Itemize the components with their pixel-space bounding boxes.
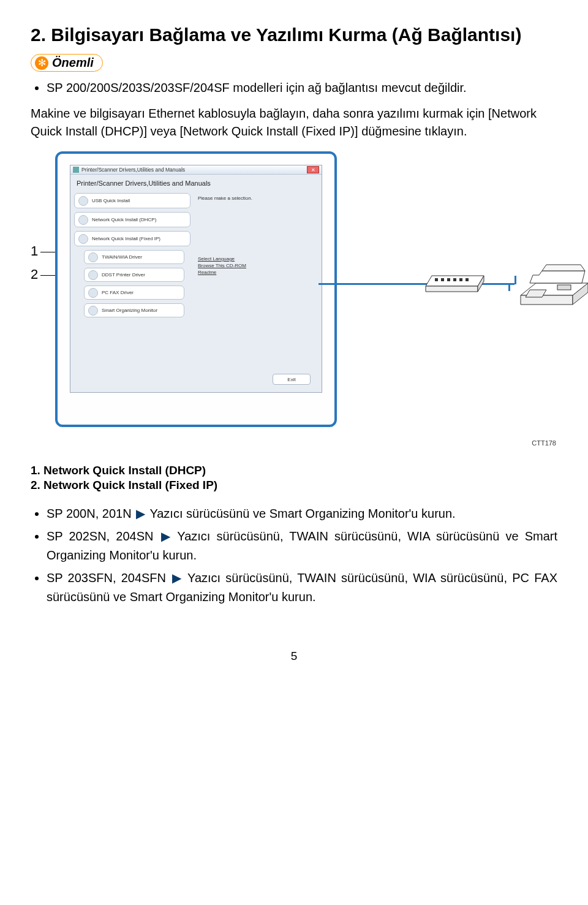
dialog-header: Printer/Scanner Drivers,Utilities and Ma… bbox=[70, 175, 322, 191]
smart-organizing-button[interactable]: Smart Organizing Monitor bbox=[84, 303, 184, 317]
svg-rect-14 bbox=[557, 285, 571, 290]
screenshot-frame: Printer/Scanner Drivers,Utilities and Ma… bbox=[55, 151, 337, 427]
usb-quick-install-button[interactable]: USB Quick Install bbox=[74, 193, 190, 208]
figure-legend: 1. Network Quick Install (DHCP) 2. Netwo… bbox=[31, 464, 557, 492]
model-list: SP 200N, 201N ▶ Yazıcı sürücüsünü ve Sma… bbox=[31, 504, 557, 607]
svg-rect-4 bbox=[441, 278, 444, 281]
disc-icon bbox=[88, 288, 98, 298]
instruction-paragraph: Makine ve bilgisayarı Ethernet kablosuyl… bbox=[31, 105, 557, 140]
diagram: 1 2 Printer/Scanner Drivers,Utilities an… bbox=[31, 151, 557, 458]
dialog-icon bbox=[73, 167, 79, 173]
svg-rect-6 bbox=[453, 278, 456, 281]
network-dhcp-button[interactable]: Network Quick Install (DHCP) bbox=[74, 212, 190, 227]
callout-1: 1 bbox=[31, 243, 38, 259]
svg-marker-13 bbox=[542, 265, 585, 271]
disc-icon bbox=[78, 234, 88, 244]
list-item: SP 202SN, 204SN ▶ Yazıcı sürücüsünü, TWA… bbox=[47, 527, 557, 565]
arrow-right-icon: ▶ bbox=[161, 527, 170, 546]
svg-rect-8 bbox=[466, 278, 469, 281]
pcfax-button[interactable]: PC FAX Driver bbox=[84, 286, 184, 300]
dialog-titlebar: Printer/Scanner Drivers,Utilities and Ma… bbox=[70, 165, 322, 175]
page-number: 5 bbox=[31, 649, 557, 663]
list-item: SP 200N, 201N ▶ Yazıcı sürücüsünü ve Sma… bbox=[47, 504, 557, 523]
disc-icon bbox=[88, 252, 98, 262]
star-icon: ✻ bbox=[35, 56, 48, 70]
close-icon[interactable]: ✕ bbox=[307, 166, 319, 173]
disc-icon bbox=[88, 306, 98, 316]
figure-code: CTT178 bbox=[532, 439, 556, 447]
arrow-right-icon: ▶ bbox=[172, 569, 181, 588]
arrow-right-icon: ▶ bbox=[136, 504, 145, 523]
important-label: Önemli bbox=[52, 56, 94, 70]
svg-rect-7 bbox=[459, 278, 462, 281]
label: TWAIN/WIA Driver bbox=[102, 254, 142, 260]
twain-wia-button[interactable]: TWAIN/WIA Driver bbox=[84, 250, 184, 264]
network-fixedip-button[interactable]: Network Quick Install (Fixed IP) bbox=[74, 231, 190, 246]
readme-link[interactable]: Readme bbox=[198, 270, 314, 275]
legend-1: 1. Network Quick Install (DHCP) bbox=[31, 464, 557, 477]
network-hub-icon bbox=[423, 271, 490, 295]
installer-dialog: Printer/Scanner Drivers,Utilities and Ma… bbox=[70, 165, 322, 393]
important-badge: ✻ Önemli bbox=[31, 54, 103, 72]
models: SP 202SN, 204SN bbox=[47, 529, 153, 543]
ddst-button[interactable]: DDST Printer Driver bbox=[84, 268, 184, 282]
disc-icon bbox=[88, 270, 98, 280]
label: DDST Printer Driver bbox=[102, 272, 145, 278]
select-language-link[interactable]: Select Language bbox=[198, 256, 314, 262]
label: Network Quick Install (DHCP) bbox=[92, 217, 156, 222]
svg-marker-1 bbox=[426, 286, 478, 292]
disc-icon bbox=[78, 215, 88, 225]
label: Smart Organizing Monitor bbox=[102, 308, 157, 313]
svg-rect-3 bbox=[435, 278, 438, 281]
section-title: 2. Bilgisayarı Bağlama ve Yazılımı Kurma… bbox=[31, 25, 557, 45]
svg-rect-5 bbox=[447, 278, 450, 281]
svg-marker-12 bbox=[530, 271, 585, 283]
models: SP 200N, 201N bbox=[47, 507, 132, 520]
exit-button[interactable]: Exit bbox=[273, 374, 311, 385]
printer-icon bbox=[514, 262, 588, 311]
disc-icon bbox=[78, 196, 88, 206]
label: USB Quick Install bbox=[92, 198, 130, 203]
intro-bullet: SP 200/200S/203S/203SF/204SF modelleri i… bbox=[47, 79, 557, 96]
models: SP 203SFN, 204SFN bbox=[47, 571, 166, 585]
label: PC FAX Driver bbox=[102, 290, 134, 295]
label: Network Quick Install (Fixed IP) bbox=[92, 236, 160, 241]
dialog-title: Printer/Scanner Drivers,Utilities and Ma… bbox=[81, 167, 185, 173]
callout-2: 2 bbox=[31, 267, 38, 282]
legend-2: 2. Network Quick Install (Fixed IP) bbox=[31, 479, 557, 492]
cable-line bbox=[508, 285, 510, 291]
selection-note: Please make a selection. bbox=[198, 195, 314, 201]
item-text: Yazıcı sürücüsünü ve Smart Organizing Mo… bbox=[149, 507, 455, 520]
browse-cdrom-link[interactable]: Browse This CD-ROM bbox=[198, 263, 314, 268]
list-item: SP 203SFN, 204SFN ▶ Yazıcı sürücüsünü, T… bbox=[47, 569, 557, 607]
